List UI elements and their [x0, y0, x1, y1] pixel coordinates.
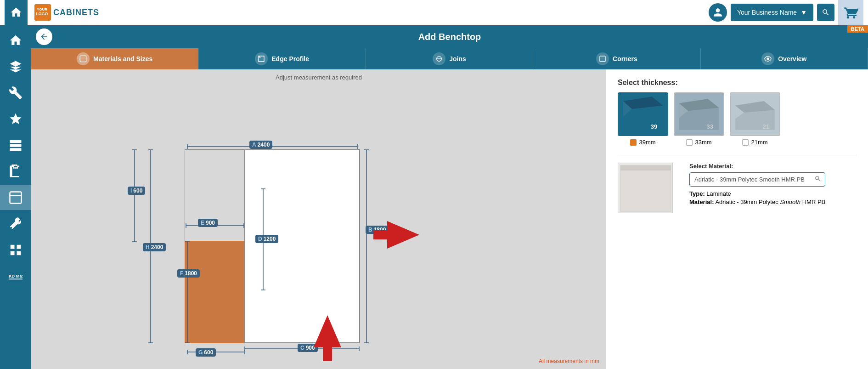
- svg-rect-51: [323, 347, 332, 361]
- svg-rect-64: [620, 165, 671, 211]
- business-name-dropdown[interactable]: Your Business Name ▼: [731, 4, 813, 21]
- svg-text:39: 39: [650, 123, 657, 130]
- tab-joins[interactable]: Joins: [366, 48, 533, 69]
- dim-label-e[interactable]: E900: [198, 219, 218, 227]
- logo-text: CABINETS: [53, 8, 99, 17]
- thickness-label-21: 21mm: [730, 139, 780, 146]
- dim-label-a[interactable]: A2400: [249, 141, 272, 149]
- select-thickness-title: Select thickness:: [618, 79, 857, 87]
- arrow-up-indicator: [311, 315, 344, 361]
- tab-corners[interactable]: Corners: [533, 48, 700, 69]
- measurements-note: All measurements in mm: [539, 358, 599, 364]
- svg-rect-13: [600, 56, 605, 62]
- left-sidebar: KD Max: [0, 25, 31, 369]
- tab-corners-icon: [596, 52, 609, 65]
- material-type-line: Type: Laminate: [689, 190, 825, 197]
- svg-rect-5: [10, 148, 22, 151]
- tab-joins-label: Joins: [449, 55, 466, 62]
- svg-rect-4: [10, 144, 22, 147]
- thickness-option-21mm[interactable]: 21 21mm: [730, 92, 780, 146]
- sidebar-item-home[interactable]: [0, 28, 31, 53]
- tab-materials[interactable]: Materials and Sizes: [31, 48, 198, 69]
- thickness-label-33: 33mm: [674, 139, 724, 146]
- material-preview-img: [618, 163, 673, 213]
- tab-edge-icon: [255, 52, 268, 65]
- tab-materials-label: Materials and Sizes: [93, 55, 152, 62]
- sidebar-item-wrench[interactable]: [0, 211, 31, 236]
- drawing-area: Adjust measurement as required: [31, 69, 606, 369]
- tab-edge[interactable]: Edge Profile: [198, 48, 366, 69]
- user-profile-button[interactable]: [709, 3, 727, 22]
- tab-materials-icon: [77, 52, 90, 65]
- material-search-input[interactable]: [689, 172, 825, 187]
- thickness-img-33: 33: [674, 92, 724, 136]
- svg-rect-16: [185, 150, 245, 242]
- tab-overview-label: Overview: [778, 55, 806, 62]
- logo-area: YOUR LOGO CABINETS: [28, 4, 709, 21]
- logo-icon: YOUR LOGO: [34, 4, 51, 21]
- tab-overview[interactable]: Overview: [701, 48, 868, 69]
- thickness-option-33mm[interactable]: 33 33mm: [674, 92, 724, 146]
- sidebar-item-panels[interactable]: [0, 185, 31, 210]
- material-info: Select Material: Type: Laminate: [689, 163, 825, 207]
- header-banner: Add Benchtop BETA: [31, 25, 868, 48]
- divider: [618, 155, 857, 155]
- sidebar-item-tools[interactable]: [0, 80, 31, 105]
- svg-rect-10: [80, 56, 86, 62]
- svg-rect-65: [620, 165, 671, 170]
- arrow-right-indicator: [373, 219, 419, 251]
- svg-rect-6: [10, 192, 22, 203]
- svg-text:KD Max: KD Max: [9, 274, 23, 278]
- right-panel: Select thickness: 39 39m: [606, 69, 868, 369]
- logo: YOUR LOGO CABINETS: [34, 4, 99, 21]
- tab-corners-label: Corners: [613, 55, 637, 62]
- main-content: Add Benchtop BETA Materials and Sizes Ed…: [31, 25, 868, 369]
- thickness-checkbox-33[interactable]: [686, 139, 693, 146]
- sidebar-item-catalog[interactable]: [0, 159, 31, 184]
- top-right: Your Business Name ▼: [709, 0, 863, 25]
- sidebar-item-grid[interactable]: [0, 237, 31, 262]
- svg-rect-3: [10, 140, 22, 142]
- tab-joins-icon: [433, 52, 445, 65]
- thickness-img-21: 21: [730, 92, 780, 136]
- sidebar-item-3dbox[interactable]: [0, 54, 31, 79]
- tabs-bar: Materials and Sizes Edge Profile Joins C…: [31, 48, 868, 69]
- sidebar-item-favorites[interactable]: [0, 106, 31, 131]
- thickness-checkbox-39[interactable]: [630, 139, 637, 146]
- material-material-line: Material: Adriatic - 39mm Polytec Smooth…: [689, 199, 825, 205]
- cart-button[interactable]: [838, 0, 863, 25]
- thickness-checkbox-21[interactable]: [742, 139, 749, 146]
- top-bar: YOUR LOGO CABINETS Your Business Name ▼: [0, 0, 868, 25]
- svg-text:33: 33: [706, 123, 713, 130]
- svg-point-14: [767, 57, 769, 60]
- material-section: Select Material: Type: Laminate: [618, 163, 857, 213]
- svg-marker-50: [314, 315, 341, 347]
- dim-label-f[interactable]: F1800: [177, 269, 200, 278]
- dropdown-arrow-icon: ▼: [800, 9, 807, 16]
- home-nav-button[interactable]: [5, 0, 28, 25]
- svg-rect-20: [245, 150, 360, 343]
- tab-overview-icon: [761, 52, 774, 65]
- tab-edge-label: Edge Profile: [271, 55, 309, 62]
- dim-label-i[interactable]: I600: [128, 187, 145, 195]
- content-area: Adjust measurement as required: [31, 69, 868, 369]
- material-search-icon: [814, 175, 822, 184]
- search-button[interactable]: [817, 4, 834, 21]
- svg-text:YOUR: YOUR: [37, 7, 47, 11]
- svg-rect-19: [185, 241, 245, 343]
- svg-text:LOGO: LOGO: [36, 11, 48, 16]
- thickness-img-39: 39: [618, 92, 668, 136]
- svg-marker-48: [387, 221, 419, 249]
- dim-label-g[interactable]: G600: [196, 348, 216, 357]
- dim-label-d[interactable]: D1200: [255, 235, 278, 243]
- thickness-option-39mm[interactable]: 39 39mm: [618, 92, 668, 146]
- sidebar-item-drawers[interactable]: [0, 132, 31, 158]
- svg-text:21: 21: [762, 123, 769, 130]
- back-button[interactable]: [36, 28, 52, 45]
- page-title: Add Benchtop: [418, 32, 481, 42]
- svg-rect-49: [373, 230, 387, 239]
- sidebar-item-kd[interactable]: KD Max: [0, 263, 31, 289]
- beta-badge: BETA: [847, 25, 868, 33]
- select-material-label: Select Material:: [689, 163, 825, 170]
- dim-label-h[interactable]: H2400: [143, 243, 166, 251]
